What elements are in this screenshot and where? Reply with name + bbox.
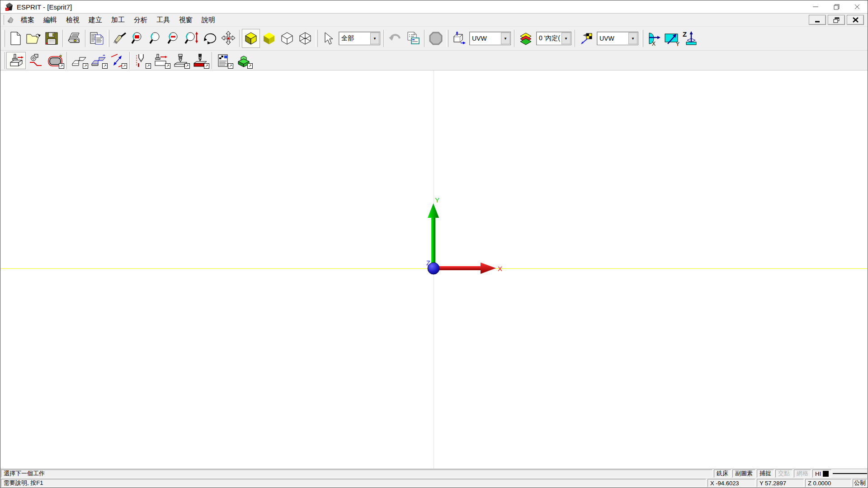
view-along-y-button[interactable]: Y [663, 29, 681, 48]
zoom-button[interactable] [147, 29, 165, 48]
z-level-finishing-button[interactable]: ↗ [89, 52, 108, 69]
save-button[interactable] [42, 29, 61, 48]
menu-create[interactable]: 建立 [84, 14, 107, 26]
menu-help[interactable]: 說明 [197, 14, 220, 26]
separator [85, 30, 86, 47]
undo-button[interactable] [386, 29, 404, 48]
property-pages-button[interactable] [88, 29, 106, 48]
origin-triad: Y Z X [420, 196, 510, 286]
view-along-z-button[interactable]: Z [681, 29, 699, 48]
toolbar-gripper[interactable] [107, 30, 109, 47]
zoom-extents-button[interactable] [183, 29, 201, 48]
child-close-button[interactable] [847, 15, 864, 25]
restore-button[interactable] [826, 0, 847, 13]
entity-filter-combobox[interactable]: 全部 ▼ [339, 32, 380, 45]
view-flag-icon [579, 32, 594, 45]
open-file-button[interactable] [24, 29, 42, 48]
milling-cycle-button[interactable]: ↗ [190, 52, 210, 69]
contour-milling-button[interactable] [26, 52, 45, 69]
hi-slider-track[interactable] [833, 469, 867, 478]
mode-intersection-toggle[interactable]: 交點 [775, 469, 793, 478]
mode-subelement-toggle[interactable]: 副圖素 [732, 469, 755, 478]
esprit-window: ESPRIT - [Esprit7] 檔案 編 [0, 0, 868, 488]
face-milling-button[interactable] [6, 52, 26, 69]
coordinate-z: Z 0.0000 [805, 479, 851, 487]
toolbar-gripper[interactable] [3, 30, 5, 47]
prompt-bar: 選擇下一個工作 銑床 副圖素 捕捉 交點 網格 HI [0, 469, 868, 478]
hidden-line-view-button[interactable] [296, 29, 314, 48]
menu-machining[interactable]: 加工 [107, 14, 129, 26]
viewport-canvas[interactable]: Y Z X [0, 70, 868, 469]
drilling-button[interactable]: ↗ [171, 52, 190, 69]
units-panel[interactable]: 公制 [853, 479, 867, 487]
menu-edit[interactable]: 編輯 [39, 14, 61, 26]
workplane-button[interactable] [450, 29, 468, 48]
menubar-gripper[interactable] [2, 15, 4, 25]
child-minimize-button[interactable] [809, 15, 826, 25]
corner-arrow-icon: ↗ [228, 63, 233, 69]
svg-text:X: X [652, 41, 656, 47]
stock-button[interactable] [427, 29, 445, 48]
view-combobox[interactable]: UVW ▼ [597, 32, 638, 45]
chevron-down-icon[interactable]: ▼ [628, 33, 637, 44]
corner-arrow-icon: ↗ [204, 63, 209, 69]
entity-filter-value: 全部 [341, 34, 354, 42]
minimize-button[interactable] [805, 0, 826, 13]
layer-combobox[interactable]: 0 '內定( ▼ [536, 32, 571, 45]
new-file-button[interactable] [6, 29, 24, 48]
wireframe-view-button[interactable] [278, 29, 296, 48]
document-icon[interactable] [6, 16, 14, 24]
zoom-window-button[interactable] [129, 29, 147, 48]
stock-octagon-icon [428, 31, 443, 46]
spot-facing-button[interactable]: ↗ [151, 52, 171, 69]
toolbar-gripper[interactable] [446, 30, 448, 47]
solid-view-button[interactable] [260, 29, 278, 48]
chevron-down-icon[interactable]: ▼ [370, 33, 379, 44]
pan-button[interactable] [219, 29, 237, 48]
separator [66, 52, 67, 69]
rotate-view-button[interactable] [201, 29, 219, 48]
child-restore-button[interactable] [828, 15, 845, 25]
hidden-line-cube-icon [298, 32, 312, 45]
mode-grid-toggle[interactable]: 網格 [794, 469, 811, 478]
select-button[interactable] [319, 29, 337, 48]
menu-window[interactable]: 視窗 [175, 14, 197, 26]
layers-button[interactable] [517, 29, 535, 48]
z-level-roughing-button[interactable]: ↗ [69, 52, 89, 69]
workplane-value: UVW [472, 35, 487, 42]
toolbar-gripper[interactable] [316, 30, 318, 47]
simulation-button[interactable]: ↗ [234, 52, 253, 69]
chevron-down-icon[interactable]: ▼ [501, 33, 510, 44]
workplane-cube-icon [451, 31, 467, 46]
mode-snap-toggle[interactable]: 捕捉 [757, 469, 774, 478]
menu-analysis[interactable]: 分析 [129, 14, 152, 26]
help-panel: 需要說明, 按F1 [1, 479, 706, 487]
print-button[interactable] [65, 29, 83, 48]
workplane-combobox[interactable]: UVW ▼ [469, 32, 511, 45]
operation-list-button[interactable]: ↗ [214, 52, 234, 69]
dimension-button[interactable]: ↗ [108, 52, 127, 69]
close-button[interactable] [847, 0, 868, 13]
redraw-button[interactable] [111, 29, 129, 48]
chevron-down-icon[interactable]: ▼ [561, 33, 571, 44]
hi-slider-handle[interactable] [823, 471, 829, 477]
view-orientation-button[interactable] [577, 29, 595, 48]
feature-pages-icon [406, 31, 421, 46]
menu-file[interactable]: 檔案 [16, 14, 39, 26]
menu-view[interactable]: 檢視 [61, 14, 84, 26]
menu-tools[interactable]: 工具 [152, 14, 175, 26]
toolbar-gripper[interactable] [3, 52, 5, 69]
pocket-milling-button[interactable]: ↗ [45, 52, 65, 69]
title-bar: ESPRIT - [Esprit7] [0, 0, 868, 13]
menu-bar: 檔案 編輯 檢視 建立 加工 分析 工具 視窗 說明 [0, 13, 868, 26]
redraw-brush-icon [113, 32, 127, 45]
standard-toolbar: 全部 ▼ [0, 26, 868, 50]
view-along-x-button[interactable]: X [645, 29, 663, 48]
toolbar-gripper[interactable] [641, 30, 643, 47]
feature-properties-button[interactable] [404, 29, 422, 48]
mode-mill-toggle[interactable]: 銑床 [714, 469, 731, 478]
shaded-view-button[interactable] [242, 29, 260, 48]
restore-icon [834, 4, 840, 10]
zoom-out-button[interactable] [165, 29, 183, 48]
tool-profile-button[interactable]: ↗ [132, 52, 151, 69]
